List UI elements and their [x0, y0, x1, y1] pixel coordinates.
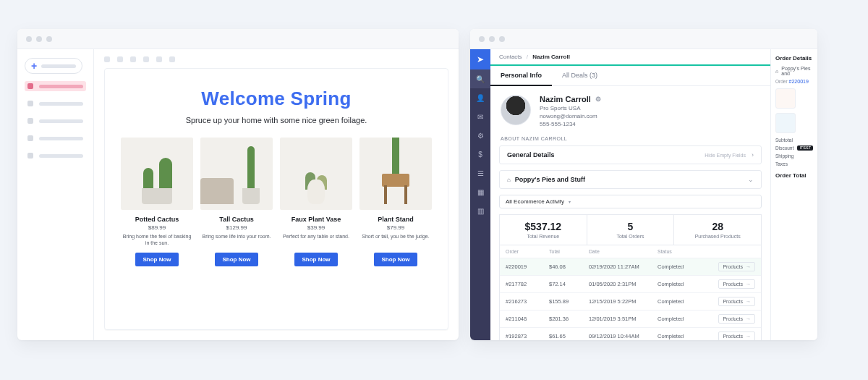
order-date: 02/19/2020 11:27AM: [589, 263, 658, 270]
order-total-label: Order Total: [775, 172, 813, 179]
email-builder-window: + Welcome Spring Spruce up your home wit…: [17, 29, 459, 340]
order-row[interactable]: #217782 $72.14 01/05/2020 2:31PM Complet…: [500, 275, 761, 292]
subtotal-label: Subtotal: [775, 138, 793, 143]
order-details-pane: Order Details ⌂ Poppy's Pies and Order #…: [771, 49, 817, 340]
orders-table: Order Total Date Status #220019 $46.08 0…: [499, 245, 762, 340]
deals-icon[interactable]: $: [470, 145, 490, 164]
app-logo[interactable]: ➤: [470, 49, 490, 69]
store-panel[interactable]: ⌂ Poppy's Pies and Stuff ⌄: [499, 170, 762, 189]
contact-phone: 555-555-1234: [540, 121, 601, 127]
chevron-down-icon: ⌄: [748, 176, 754, 183]
lists-icon[interactable]: ☰: [470, 164, 490, 182]
chevron-right-icon: ›: [752, 151, 754, 159]
product-name: Potted Cactus: [135, 216, 179, 223]
stat-value: 5: [590, 221, 671, 232]
contacts-icon[interactable]: 👤: [470, 88, 490, 107]
order-total: $201.36: [549, 316, 589, 322]
gear-icon[interactable]: ⚙: [595, 96, 601, 103]
shop-now-button[interactable]: Shop Now: [294, 253, 337, 266]
order-row[interactable]: #192873 $61.65 09/12/2019 10:44AM Comple…: [500, 327, 761, 340]
order-id: #216273: [506, 298, 549, 305]
product-desc: Perfect for any table or stand.: [283, 234, 349, 247]
product-desc: Bring home the feel of basking in the su…: [121, 234, 193, 247]
window-titlebar: [470, 29, 817, 49]
calendar-icon[interactable]: ▦: [470, 182, 490, 201]
reports-icon[interactable]: ▥: [470, 201, 490, 220]
order-status: Completed: [658, 298, 697, 305]
shop-now-button[interactable]: Shop Now: [374, 253, 417, 266]
search-icon[interactable]: 🔍: [470, 69, 490, 88]
nav-rail: ➤ 🔍 👤 ✉ ⚙ $ ☰ ▦ ▥: [470, 49, 490, 340]
product-price: $129.99: [226, 224, 247, 231]
add-block-button[interactable]: +: [25, 58, 82, 74]
stat-products: 28 Purchased Products: [673, 214, 761, 245]
order-date: 09/12/2019 10:44AM: [589, 333, 658, 339]
products-button[interactable]: Products→: [718, 279, 755, 289]
arrow-right-icon: →: [746, 282, 751, 287]
automation-icon[interactable]: ⚙: [470, 126, 490, 145]
store-icon: ⌂: [507, 177, 511, 183]
order-row[interactable]: #211048 $201.36 12/01/2019 3:51PM Comple…: [500, 310, 761, 327]
order-status: Completed: [658, 316, 697, 322]
contact-email[interactable]: nowong@domain.com: [540, 113, 601, 119]
product-card: Plant Stand $79.99 Short or tall, you be…: [359, 138, 432, 266]
stat-label: Purchased Products: [677, 234, 758, 239]
order-date: 12/15/2019 5:22PM: [589, 298, 658, 305]
product-name: Plant Stand: [378, 216, 414, 223]
panel-title: General Details: [507, 151, 705, 159]
window-dot: [26, 36, 32, 42]
sidebar-item[interactable]: [25, 98, 86, 109]
stat-label: Total Orders: [590, 234, 671, 239]
tab-personal-info[interactable]: Personal Info: [490, 66, 552, 86]
order-row[interactable]: #216273 $155.89 12/15/2019 5:22PM Comple…: [500, 292, 761, 310]
filter-label: All Ecommerce Activity: [506, 198, 564, 205]
products-button[interactable]: Products→: [718, 332, 755, 340]
arrow-right-icon: →: [746, 299, 751, 304]
order-status: Completed: [658, 263, 697, 270]
stats-row: $537.12 Total Revenue 5 Total Orders 28 …: [499, 214, 762, 245]
window-titlebar: [17, 29, 459, 49]
sidebar-item[interactable]: [25, 151, 86, 161]
crm-window: ➤ 🔍 👤 ✉ ⚙ $ ☰ ▦ ▥ Contacts / Nazim Carro…: [470, 29, 817, 340]
store-name: Poppy's Pies and Stuff: [515, 176, 748, 183]
contact-main-pane: Contacts / Nazim Carroll Personal Info A…: [490, 49, 771, 340]
contact-profile: Nazim Carroll ⚙ Pro Sports USA nowong@do…: [490, 86, 770, 136]
products-button[interactable]: Products→: [718, 297, 755, 306]
hide-empty-toggle[interactable]: Hide Empty Fields: [705, 153, 746, 158]
plus-icon: +: [31, 60, 37, 72]
order-number[interactable]: #220019: [789, 79, 809, 84]
order-total: $72.14: [549, 281, 589, 287]
order-details-header: Order Details: [775, 55, 813, 62]
product-row: Potted Cactus $89.99 Bring home the feel…: [121, 138, 432, 266]
col-status: Status: [658, 249, 697, 254]
product-card: Potted Cactus $89.99 Bring home the feel…: [121, 138, 193, 266]
order-status: Completed: [658, 281, 697, 287]
sidebar-item[interactable]: [25, 133, 86, 143]
products-button[interactable]: Products→: [718, 314, 755, 324]
sidebar-item[interactable]: [25, 116, 86, 126]
shop-now-button[interactable]: Shop Now: [135, 253, 178, 266]
tab-all-deals[interactable]: All Deals (3): [552, 66, 608, 85]
mail-icon[interactable]: ✉: [470, 107, 490, 126]
taxes-label: Taxes: [775, 161, 788, 166]
activity-filter[interactable]: All Ecommerce Activity ▾: [499, 195, 762, 208]
caret-down-icon: ▾: [569, 199, 571, 204]
stat-value: $537.12: [503, 221, 584, 232]
general-details-panel[interactable]: General Details Hide Empty Fields ›: [499, 145, 762, 164]
breadcrumb-root[interactable]: Contacts: [499, 54, 522, 60]
sidebar-item[interactable]: [25, 81, 86, 91]
products-button[interactable]: Products→: [718, 262, 755, 271]
email-preview: Welcome Spring Spruce up your home with …: [104, 68, 448, 330]
hero-title: Welcome Spring: [201, 88, 351, 110]
arrow-right-icon: →: [746, 264, 751, 269]
builder-sidebar: +: [17, 49, 94, 340]
product-name: Faux Plant Vase: [292, 216, 341, 223]
order-label: Order: [775, 79, 788, 84]
builder-canvas: Welcome Spring Spruce up your home with …: [94, 49, 459, 340]
shop-now-button[interactable]: Shop Now: [215, 253, 258, 266]
order-id: #192873: [506, 333, 549, 339]
order-total: $46.08: [549, 263, 589, 270]
order-row[interactable]: #220019 $46.08 02/19/2020 11:27AM Comple…: [500, 258, 761, 275]
product-thumbnail: [775, 113, 796, 133]
discount-label: Discount: [775, 145, 793, 151]
